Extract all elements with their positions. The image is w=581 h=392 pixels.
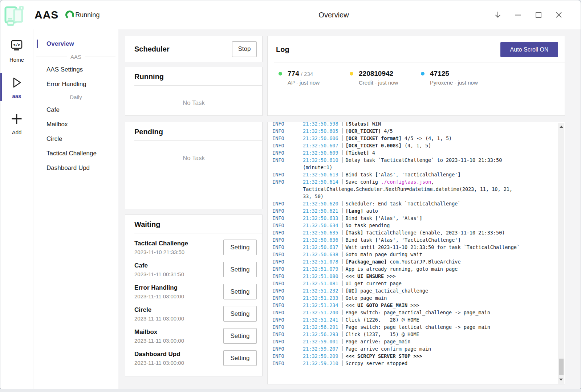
log-line: INFO 21:32:59.210Scrcpy server stopped (272, 360, 565, 367)
download-update-button[interactable] (491, 8, 505, 22)
waiting-title: Waiting (134, 220, 160, 228)
running-empty-text: No Task (125, 99, 262, 107)
sidebar-item-overview[interactable]: Overview (33, 37, 118, 51)
sidebar-item-circle[interactable]: Circle (33, 132, 118, 146)
stop-button[interactable]: Stop (232, 41, 257, 57)
log-message: 21:32:56.291Page switch: page_tactical_c… (303, 323, 490, 331)
log-line: INFO 21:32:51.232[UI] page_tactical_chal… (272, 287, 565, 294)
log-level: INFO (272, 302, 303, 309)
scroll-up-arrow-icon[interactable] (560, 126, 563, 128)
maximize-button[interactable] (531, 8, 546, 22)
setting-button[interactable]: Setting (223, 284, 257, 299)
setting-button[interactable]: Setting (223, 350, 257, 366)
close-icon (555, 11, 563, 19)
log-line: INFO 21:32:51.081UI get current page (272, 280, 565, 287)
sidebar-item-tactical-challenge[interactable]: Tactical Challenge (33, 146, 118, 161)
log-scrollbar[interactable] (558, 123, 564, 384)
waiting-task-name: Circle (134, 306, 184, 314)
auto-scroll-toggle-button[interactable]: Auto Scroll ON (500, 42, 558, 57)
log-line: INFO 21:32:51.240Page switch: page_tacti… (272, 309, 565, 316)
waiting-task-next-run: 2023-11-11 03:00:00 (134, 293, 184, 299)
log-message: 21:32:51.233Goto page_main (303, 294, 387, 302)
log-line: INFO 21:32:50.634No task pending (272, 222, 565, 229)
nav-item-label: Overview (46, 40, 74, 47)
log-line: 33, 50) (272, 193, 565, 200)
log-message: 21:32:59.001Page arrive: page_main (303, 338, 410, 345)
log-message: 21:32:51.241Click (1226, 28) @ HOME (303, 316, 419, 323)
log-output-card[interactable]: INFO 21:32:50.598[Status] WIN INFO 21:32… (267, 122, 565, 384)
svg-text:</>: </> (13, 42, 20, 47)
rail-item-label: Home (9, 57, 24, 63)
running-card: Running No Task (125, 67, 263, 116)
active-indicator-bar (37, 40, 38, 48)
minimize-button[interactable] (511, 8, 525, 22)
log-message: 21:32:50.610Delay task `TacticalChalleng… (303, 156, 502, 164)
log-line: INFO 21:32:59.001Page arrive: page_main (272, 338, 565, 345)
resource-stat: 220810942 Credit - just now (350, 70, 421, 86)
nav-item-label: Tactical Challenge (46, 150, 97, 157)
scroll-down-arrow-icon[interactable] (559, 379, 563, 381)
sidebar-item-aas-settings[interactable]: AAS Settings (33, 62, 118, 77)
download-arrow-icon (494, 11, 502, 19)
log-level (272, 193, 303, 200)
app-window: AAS Running Overview (0, 0, 581, 389)
waiting-task-next-run: 2023-11-11 03:00:00 (134, 338, 184, 344)
sidebar-item-cafe[interactable]: Cafe (33, 103, 118, 117)
close-button[interactable] (552, 8, 566, 22)
waiting-task-name: Error Handling (134, 284, 184, 291)
resource-stats: 774/ 234 AP - just now 220810942 Credit … (268, 62, 565, 86)
log-message: 21:32:51.234<<< UI GOTO PAGE_MAIN >>> (303, 302, 419, 309)
log-level: INFO (272, 229, 303, 236)
log-line: INFO 21:32:50.606[OCR_TICKET format] 4/5… (272, 135, 565, 142)
log-level: INFO (272, 149, 303, 156)
resource-stat: 774/ 234 AP - just now (279, 70, 350, 86)
waiting-task-row: Cafe 2023-11-11 00:31:50 Setting (134, 258, 257, 281)
nav-section-divider: Daily (36, 94, 115, 100)
waiting-task-next-run: 2023-11-11 03:00:00 (134, 360, 184, 366)
sidebar-item-error-handling[interactable]: Error Handling (33, 77, 118, 91)
setting-button[interactable]: Setting (223, 240, 257, 255)
log-message: 21:32:51.079App is already running, goto… (303, 265, 458, 273)
setting-button[interactable]: Setting (223, 328, 257, 344)
log-message: 21:32:50.609[Ticket] 4 (303, 149, 375, 156)
nav-section-label: Daily (70, 94, 82, 100)
log-line: INFO 21:32:50.610Delay task `TacticalCha… (272, 156, 565, 164)
sidebar-item-mailbox[interactable]: Mailbox (33, 117, 118, 132)
log-level: INFO (272, 323, 303, 331)
nav-item-label: AAS Settings (46, 66, 83, 73)
log-line: INFO 21:32:50.638Goto main page during w… (272, 251, 565, 258)
plus-icon (9, 111, 24, 127)
log-header-card: Log Auto Scroll ON 774/ 234 AP - just no… (267, 36, 565, 116)
setting-button[interactable]: Setting (223, 262, 257, 277)
rail-item-home[interactable]: </> Home (0, 37, 33, 65)
waiting-task-name: Dashboard Upd (134, 351, 184, 358)
log-level: INFO (272, 127, 303, 135)
side-navigation: Overview AAS AAS Settings Error Handling… (33, 29, 118, 389)
sidebar-item-dashboard-upd[interactable]: Dashboard Upd (33, 161, 118, 175)
divider-line (86, 97, 115, 97)
log-level: INFO (272, 345, 303, 352)
stat-value: 47125 (430, 70, 449, 77)
main-area: Scheduler Stop Running No Task Pending N… (118, 29, 581, 389)
log-level: INFO (272, 331, 303, 338)
log-line: INFO 21:32:50.605[OCR_TICKET] 4/5 (272, 127, 565, 135)
log-line: INFO 21:32:51.079App is already running,… (272, 265, 565, 273)
rail-item-aas[interactable]: aas (0, 73, 33, 101)
nav-section-divider: AAS (36, 54, 115, 60)
setting-button[interactable]: Setting (223, 306, 257, 322)
pending-card: Pending No Task (125, 122, 263, 209)
nav-item-label: Dashboard Upd (46, 164, 90, 171)
pending-empty-text: No Task (125, 155, 262, 162)
waiting-task-row: Mailbox 2023-11-11 03:00:00 Setting (134, 325, 257, 347)
rail-item-add[interactable]: Add (0, 109, 33, 138)
waiting-task-info: Cafe 2023-11-11 00:31:50 (134, 262, 184, 277)
log-level: INFO (272, 338, 303, 345)
log-level: INFO (272, 178, 303, 185)
log-message: 21:32:50.598[Status] WIN (303, 122, 381, 127)
log-message: 21:32:50.638Goto main page during wait (303, 251, 422, 258)
log-message: 21:32:59.209<<< SCRCPY SERVER STOP >>> (303, 352, 422, 360)
divider-line (85, 57, 115, 57)
running-spinner-icon (64, 9, 75, 20)
scrollbar-thumb[interactable] (559, 359, 564, 375)
status-label: Running (75, 11, 99, 19)
